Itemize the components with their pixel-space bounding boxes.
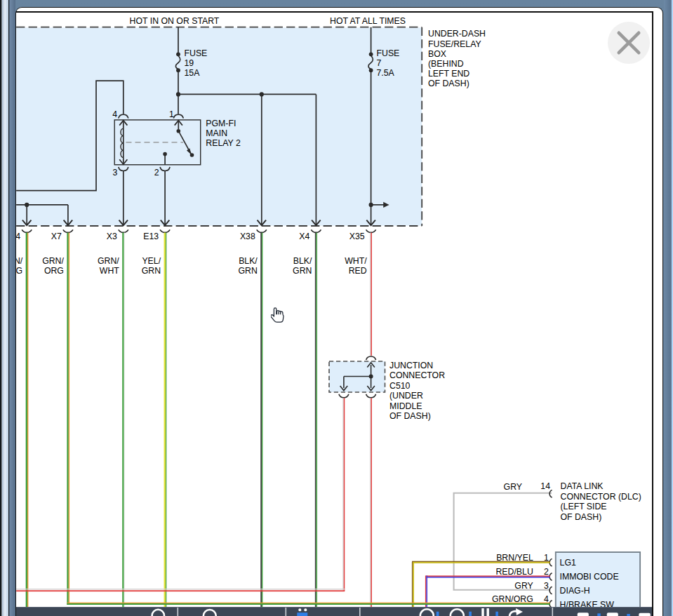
svg-text:FUSE/RELAY: FUSE/RELAY [428, 39, 481, 49]
svg-text:WHT/: WHT/ [345, 256, 367, 266]
svg-text:X38: X38 [240, 232, 255, 241]
svg-text:FUSE: FUSE [185, 48, 208, 58]
svg-text:UNDER-DASH: UNDER-DASH [428, 29, 486, 39]
svg-text:X4: X4 [299, 232, 309, 241]
svg-text:(BEHIND: (BEHIND [428, 59, 464, 69]
svg-text:1: 1 [169, 109, 174, 119]
svg-text:(UNDER: (UNDER [389, 391, 423, 401]
svg-text:2: 2 [154, 168, 159, 178]
svg-text:LEFT END: LEFT END [428, 69, 469, 79]
svg-text:15A: 15A [185, 68, 201, 78]
svg-text:HOT AT ALL TIMES: HOT AT ALL TIMES [330, 16, 406, 26]
svg-text:14: 14 [540, 481, 550, 491]
svg-text:OF DASH): OF DASH) [428, 79, 469, 88]
svg-text:PGM-FI: PGM-FI [206, 119, 236, 128]
svg-text:GRN: GRN [238, 266, 257, 276]
svg-text:4: 4 [15, 232, 20, 241]
svg-text:BOX: BOX [428, 49, 446, 59]
svg-text:7: 7 [377, 58, 382, 68]
svg-text:HOT IN ON OR START: HOT IN ON OR START [130, 16, 220, 26]
svg-text:FUSE: FUSE [377, 48, 400, 58]
svg-text:4: 4 [112, 109, 117, 119]
svg-text:1: 1 [544, 553, 549, 563]
svg-text:(LEFT SIDE: (LEFT SIDE [561, 502, 607, 511]
svg-text:GRY: GRY [504, 482, 522, 492]
svg-text:E13: E13 [143, 232, 159, 241]
svg-text:C510: C510 [389, 381, 411, 391]
svg-text:RED/BLU: RED/BLU [495, 567, 533, 577]
svg-text:X7: X7 [51, 232, 62, 241]
svg-text:IMMOBI CODE: IMMOBI CODE [560, 572, 619, 582]
svg-text:RELAY 2: RELAY 2 [206, 138, 241, 148]
svg-text:BLK/: BLK/ [239, 256, 258, 266]
svg-text:19: 19 [185, 58, 194, 68]
svg-text:WHT: WHT [100, 266, 119, 276]
svg-text:DATA LINK: DATA LINK [561, 481, 604, 491]
svg-text:GRN/: GRN/ [1, 256, 22, 266]
svg-text:7.5A: 7.5A [377, 68, 395, 78]
svg-text:3: 3 [112, 168, 117, 178]
svg-text:OF DASH): OF DASH) [561, 512, 602, 522]
svg-text:X3: X3 [107, 232, 117, 241]
svg-text:ORG: ORG [44, 266, 64, 276]
svg-text:GRN: GRN [142, 266, 161, 276]
svg-text:3: 3 [544, 581, 549, 591]
svg-text:DIAG-H: DIAG-H [560, 586, 590, 596]
svg-text:CONNECTOR: CONNECTOR [389, 370, 445, 380]
svg-text:2: 2 [544, 567, 549, 577]
svg-text:ORG: ORG [3, 266, 22, 276]
svg-text:X35: X35 [349, 232, 365, 241]
svg-text:JUNCTION: JUNCTION [389, 361, 433, 370]
svg-text:MAIN: MAIN [206, 128, 227, 138]
svg-text:YEL/: YEL/ [142, 256, 161, 266]
svg-text:RED: RED [349, 266, 367, 276]
svg-text:BRN/YEL: BRN/YEL [496, 553, 533, 563]
svg-text:GRN/: GRN/ [42, 256, 64, 266]
svg-text:BLK/: BLK/ [293, 256, 312, 266]
svg-text:OF DASH): OF DASH) [389, 411, 431, 421]
svg-text:GRN/: GRN/ [98, 256, 119, 266]
svg-text:MIDDLE: MIDDLE [389, 401, 422, 411]
svg-text:CONNECTOR (DLC): CONNECTOR (DLC) [561, 492, 641, 502]
svg-text:GRY: GRY [514, 581, 533, 591]
svg-text:LG1: LG1 [560, 558, 576, 568]
svg-text:GRN: GRN [293, 266, 312, 276]
